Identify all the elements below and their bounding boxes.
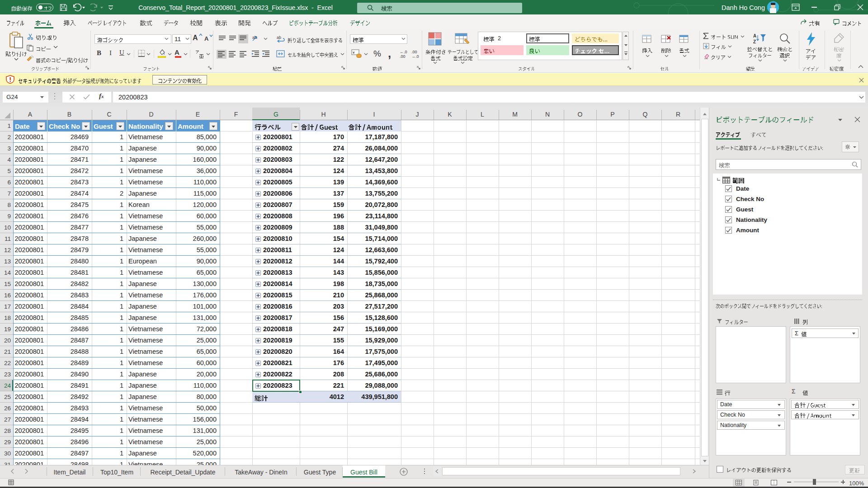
svg-text:→.0: →.0 (411, 54, 419, 58)
svg-text:A: A (753, 33, 756, 38)
svg-text:.00: .00 (400, 54, 406, 58)
svg-text:←.0: ←.0 (400, 50, 407, 54)
svg-text:ab: ab (277, 35, 281, 40)
svg-text:ab: ab (252, 35, 257, 40)
svg-text:.00: .00 (411, 50, 417, 54)
svg-text:¥: ¥ (352, 51, 355, 55)
svg-text:Z: Z (753, 39, 756, 44)
